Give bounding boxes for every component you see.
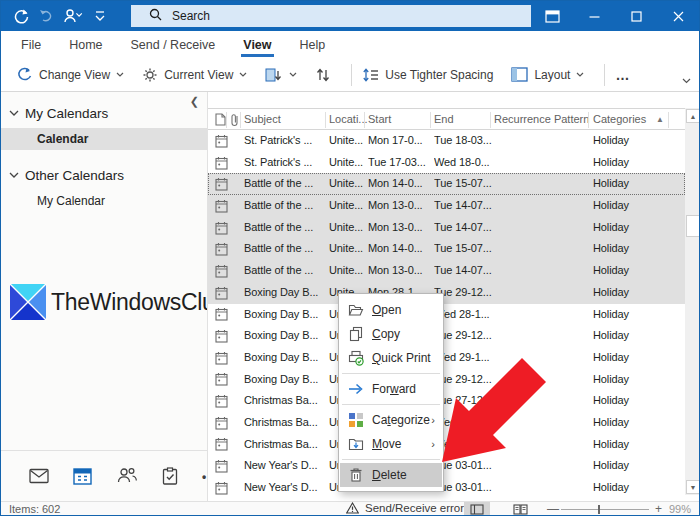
- collapse-pane-icon[interactable]: ❮: [190, 95, 199, 108]
- reading-view-button[interactable]: [507, 502, 533, 516]
- cell-subject: St. Patrick's ...: [244, 130, 329, 152]
- table-row[interactable]: Battle of the ...Unite...Mon 14-0...Tue …: [208, 173, 685, 195]
- tab-send-receive[interactable]: Send / Receive: [129, 33, 218, 57]
- table-row[interactable]: New Year's D...Unite...Mon 02-0...Tue 03…: [208, 477, 685, 499]
- column-recurrence[interactable]: Recurrence Pattern: [494, 109, 589, 131]
- add-columns-button[interactable]: [265, 67, 297, 83]
- calendar-item-icon: [215, 325, 233, 347]
- table-row[interactable]: Battle of the ...Unite...Mon 13-0...Tue …: [208, 217, 685, 239]
- warning-icon: [346, 502, 359, 514]
- table-row[interactable]: Battle of the ...Unite...Mon 13-0...Tue …: [208, 195, 685, 217]
- gear-icon: [142, 67, 158, 83]
- menu-item-move[interactable]: Move ›: [340, 432, 442, 456]
- cell-location: Unite...: [329, 173, 368, 195]
- cell-location: Unite...: [329, 130, 368, 152]
- cell-subject: Boxing Day B...: [244, 369, 329, 391]
- cell-end: Wed 18-0...: [434, 152, 494, 174]
- tab-file[interactable]: File: [19, 33, 43, 57]
- calendar-item-icon: [215, 455, 233, 477]
- current-view-button[interactable]: Current View: [142, 67, 247, 83]
- ribbon-separator: [351, 64, 352, 86]
- menu-item-open[interactable]: Open: [340, 298, 442, 322]
- more-commands-button[interactable]: …: [615, 67, 629, 83]
- column-location[interactable]: Locati...: [329, 109, 368, 131]
- menu-item-quick-print[interactable]: Quick Print: [340, 346, 442, 370]
- use-tighter-spacing-button[interactable]: Use Tighter Spacing: [362, 67, 493, 83]
- tab-view[interactable]: View: [241, 33, 273, 57]
- collapse-ribbon-icon[interactable]: [682, 73, 691, 87]
- spacing-icon: [362, 67, 379, 83]
- close-button[interactable]: [657, 1, 699, 31]
- other-calendars-group[interactable]: Other Calendars: [9, 168, 124, 183]
- menu-item-copy[interactable]: Copy: [340, 322, 442, 346]
- menu-item-forward[interactable]: Forward: [340, 377, 442, 401]
- column-end[interactable]: End: [434, 109, 454, 131]
- table-row[interactable]: Boxing Day B...Unite...Tue 29-12...Holid…: [208, 369, 685, 391]
- reading-view-icon: [513, 504, 528, 515]
- scroll-down-icon[interactable]: ▼: [686, 480, 700, 494]
- column-categories[interactable]: Categories: [593, 109, 646, 131]
- cell-category: Holiday: [593, 390, 673, 412]
- table-row[interactable]: St. Patrick's ...Unite...Mon 17-0...Tue …: [208, 130, 685, 152]
- column-start[interactable]: Start: [368, 109, 391, 131]
- cell-category: Holiday: [593, 434, 673, 456]
- column-subject[interactable]: Subject: [244, 109, 281, 131]
- minimize-button[interactable]: [573, 1, 615, 31]
- table-row[interactable]: Battle of the ...Unite...Mon 13-0...Tue …: [208, 260, 685, 282]
- menu-item-categorize[interactable]: Categorize ›: [340, 408, 442, 432]
- categorize-icon: [348, 412, 364, 428]
- table-row[interactable]: Christmas Ba...Unite...Wed 28-12...Holid…: [208, 412, 685, 434]
- cell-location: Unite...: [329, 260, 368, 282]
- calendar-module-icon[interactable]: [73, 467, 92, 488]
- touch-mode-icon[interactable]: [63, 8, 85, 24]
- my-calendars-group[interactable]: My Calendars: [9, 106, 108, 121]
- sidebar-item-calendar[interactable]: Calendar: [1, 128, 207, 150]
- item-type-column-icon[interactable]: [215, 109, 226, 131]
- zoom-slider-track[interactable]: [561, 509, 649, 510]
- search-input[interactable]: Search: [131, 5, 531, 27]
- undo-icon[interactable]: [39, 9, 53, 23]
- tab-help[interactable]: Help: [298, 33, 328, 57]
- attachment-column-icon[interactable]: [230, 109, 239, 131]
- maximize-button[interactable]: [615, 1, 657, 31]
- zoom-in-icon[interactable]: +: [655, 502, 662, 516]
- table-row[interactable]: St. Patrick's ...Unite...Tue 17-03...Wed…: [208, 152, 685, 174]
- people-icon[interactable]: [116, 467, 138, 487]
- table-row[interactable]: Battle of the ...Unite...Mon 14-0...Tue …: [208, 238, 685, 260]
- cell-start: Mon 17-0...: [368, 130, 433, 152]
- cell-subject: Christmas Ba...: [244, 434, 329, 456]
- calendar-item-icon: [215, 238, 233, 260]
- menu-item-delete[interactable]: Delete: [340, 463, 442, 487]
- layout-button[interactable]: Layout: [511, 67, 584, 82]
- normal-view-button[interactable]: [464, 502, 490, 516]
- tab-home[interactable]: Home: [67, 33, 104, 57]
- customize-toolbar-icon[interactable]: [95, 10, 105, 22]
- zoom-slider-thumb[interactable]: [598, 505, 600, 514]
- scroll-up-icon[interactable]: ▲: [686, 109, 700, 123]
- zoom-out-icon[interactable]: —: [547, 502, 559, 516]
- cell-subject: St. Patrick's ...: [244, 152, 329, 174]
- change-view-icon: [17, 67, 33, 83]
- menu-separator: [342, 459, 440, 460]
- window-layout-icon[interactable]: [531, 1, 573, 31]
- table-row[interactable]: New Year's D...Unite...Tue 03-01...Holid…: [208, 455, 685, 477]
- zoom-level[interactable]: 99%: [669, 503, 691, 515]
- table-row[interactable]: Christmas Ba...Unite...Wed 2...Holiday: [208, 434, 685, 456]
- table-row[interactable]: Boxing Day B...Unite...Mon 28-1...Tue 29…: [208, 282, 685, 304]
- table-row[interactable]: Christmas Ba...Unite...Tue 27-12...Holid…: [208, 390, 685, 412]
- sync-icon[interactable]: [13, 8, 29, 24]
- tasks-icon[interactable]: [162, 467, 178, 488]
- cell-end: Tue 14-07...: [434, 217, 494, 239]
- sort-button[interactable]: [315, 67, 331, 83]
- watermark-logo: TheWindowsClub: [9, 283, 227, 321]
- change-view-button[interactable]: Change View: [17, 67, 124, 83]
- table-row[interactable]: Boxing Day B...Unite...Wed 28-1...Holida…: [208, 304, 685, 326]
- scrollbar-thumb[interactable]: [686, 215, 700, 237]
- vertical-scrollbar[interactable]: ▲ ▼: [685, 108, 700, 495]
- sidebar-item-my-calendar[interactable]: My Calendar: [1, 190, 207, 212]
- table-row[interactable]: Boxing Day B...Unite...Wed 29-1...Holida…: [208, 347, 685, 369]
- mail-icon[interactable]: [29, 468, 49, 487]
- send-receive-error[interactable]: Send/Receive error: [346, 502, 464, 514]
- table-row[interactable]: Boxing Day B...Unite...Tue 29-12...Holid…: [208, 325, 685, 347]
- chevron-down-icon: [576, 72, 584, 77]
